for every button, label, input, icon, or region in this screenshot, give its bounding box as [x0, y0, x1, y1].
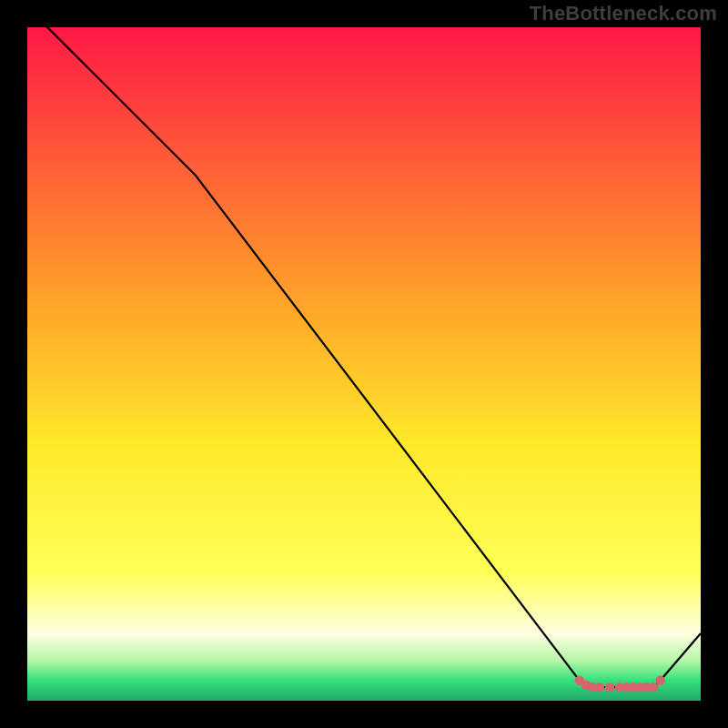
- chart-frame: TheBottleneck.com: [0, 0, 728, 728]
- gradient-background: [27, 27, 701, 701]
- plot-area: [27, 27, 701, 701]
- curve-marker: [655, 676, 664, 685]
- curve-marker: [649, 682, 658, 692]
- curve-marker: [595, 682, 604, 692]
- attribution-label: TheBottleneck.com: [530, 2, 717, 25]
- curve-marker: [605, 682, 614, 692]
